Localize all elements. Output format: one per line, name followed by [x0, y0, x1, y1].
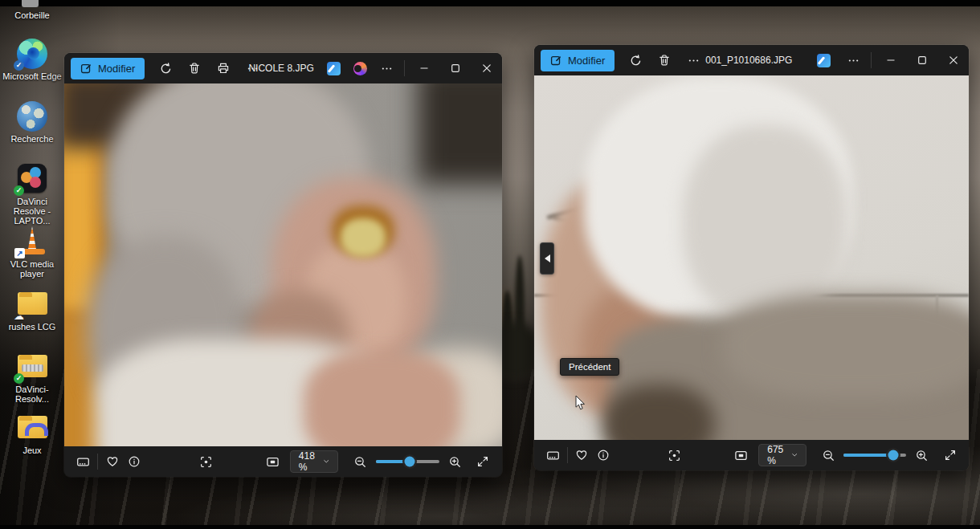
divider: [871, 52, 872, 68]
zoom-in-icon[interactable]: [911, 443, 933, 467]
mouse-cursor: [575, 395, 586, 414]
shortcut-arrow-badge: ↗: [14, 248, 25, 258]
designer-icon[interactable]: [353, 62, 367, 75]
fit-to-window-icon[interactable]: [730, 443, 752, 467]
sync-check-badge: ✓: [14, 60, 24, 71]
icon-label: Jeux: [0, 446, 64, 455]
recycle-bin-icon[interactable]: [22, 0, 39, 7]
cloud-badge: ☁: [14, 310, 24, 322]
icon-label: Microsoft Edge: [0, 71, 64, 81]
ai-edit-icon[interactable]: [817, 54, 831, 67]
info-icon[interactable]: [123, 450, 145, 474]
edit-button[interactable]: Modifier: [541, 50, 615, 71]
icon-label: VLC media player: [0, 259, 64, 279]
photo-region: [304, 350, 460, 446]
zoom-slider-fill: [843, 454, 892, 457]
zoom-percent-dropdown[interactable]: 675 %: [758, 444, 806, 466]
rotate-icon[interactable]: [151, 56, 180, 80]
maximize-button[interactable]: [439, 53, 471, 83]
edit-pencil-icon: [550, 55, 562, 67]
photo-region: [418, 83, 502, 184]
zoom-in-icon[interactable]: [444, 450, 466, 474]
title-bar: Modifier 001_P1010686.JPG: [534, 45, 969, 75]
divider: [97, 454, 98, 470]
photo-region: [64, 140, 94, 308]
minimize-button[interactable]: [875, 45, 906, 75]
vlc-cone-icon: ↗: [16, 226, 48, 257]
edge-icon: ✓: [16, 39, 48, 69]
desktop-icon-jeux[interactable]: Jeux: [0, 413, 64, 455]
rotate-icon[interactable]: [621, 48, 650, 72]
icon-label: Recherche: [0, 134, 64, 144]
zoom-out-icon[interactable]: [818, 443, 839, 467]
edit-button-label: Modifier: [568, 55, 605, 67]
filmstrip-icon[interactable]: [542, 443, 564, 467]
previous-image-button[interactable]: [540, 242, 554, 275]
title-bar-right: [319, 53, 502, 83]
photo-region: [341, 218, 386, 257]
desktop-icon-vlc[interactable]: ↗ VLC media player: [0, 226, 64, 279]
desktop-icon-davinci-folder[interactable]: ✓ DaVinci-Resolv...: [0, 352, 64, 404]
zoom-percent-value: 675 %: [767, 444, 786, 466]
zoom-percent-dropdown[interactable]: 418 %: [290, 450, 338, 473]
photo-region: [723, 294, 969, 398]
title-bar-right: [809, 45, 969, 75]
more-icon[interactable]: [372, 56, 401, 80]
more-icon[interactable]: [839, 48, 868, 72]
edit-button[interactable]: Modifier: [71, 58, 145, 79]
folder-zip-icon: ✓: [16, 352, 48, 382]
desktop-icon-recherche[interactable]: Recherche: [0, 101, 64, 144]
zoom-out-icon[interactable]: [349, 450, 371, 474]
delete-icon[interactable]: [180, 56, 209, 80]
title-bar: Modifier NICOLE 8.JPG: [64, 53, 502, 83]
chevron-down-icon: [324, 459, 329, 464]
ai-edit-icon[interactable]: [327, 62, 341, 75]
chevron-down-icon: [792, 453, 797, 458]
fit-to-window-icon[interactable]: [262, 450, 284, 474]
close-button[interactable]: [937, 45, 969, 75]
icon-label: Corbeille: [0, 10, 64, 20]
sync-check-badge: ✓: [14, 373, 24, 384]
photo-view-nicole: [64, 83, 502, 446]
more-icon[interactable]: [679, 48, 708, 72]
zoom-slider[interactable]: [376, 460, 439, 463]
zoom-slider-thumb[interactable]: [404, 457, 414, 467]
fullscreen-icon[interactable]: [939, 443, 961, 467]
close-button[interactable]: [471, 53, 502, 83]
delete-icon[interactable]: [650, 48, 679, 72]
photo-view-p1010686: Précédent: [534, 75, 969, 440]
visual-search-icon[interactable]: [194, 450, 216, 474]
minimize-button[interactable]: [408, 53, 439, 83]
zoom-slider[interactable]: [843, 454, 906, 457]
desktop-icon-rushes-lcg[interactable]: ☁ rushes LCG: [0, 289, 64, 332]
maximize-button[interactable]: [906, 45, 937, 75]
icon-label: DaVinci-Resolv...: [0, 385, 64, 404]
photos-window-p1010686: Modifier 001_P1010686.JPG: [534, 45, 969, 470]
info-icon[interactable]: [593, 443, 615, 467]
divider: [404, 60, 405, 76]
photos-window-nicole: Modifier NICOLE 8.JPG: [64, 53, 502, 477]
photo-region: [683, 125, 847, 322]
view-toolbar: 675 %: [534, 440, 969, 470]
window-title: 001_P1010686.JPG: [705, 45, 792, 75]
letterbox-bottom: [0, 525, 980, 529]
folder-icon: ☁: [16, 289, 48, 319]
favorite-heart-icon[interactable]: [571, 443, 593, 467]
visual-search-icon[interactable]: [664, 443, 685, 467]
view-toolbar: 418 %: [64, 446, 502, 477]
desktop-icon-davinci-resolve[interactable]: ✓ DaVinciResolve -LAPTO...: [0, 164, 64, 226]
icon-label: DaVinciResolve -LAPTO...: [0, 197, 64, 226]
divider: [567, 447, 568, 463]
favorite-heart-icon[interactable]: [101, 450, 123, 474]
left-arrow-icon: [545, 254, 550, 262]
davinci-resolve-icon: ✓: [16, 164, 48, 194]
zoom-slider-thumb[interactable]: [888, 450, 898, 461]
fullscreen-icon[interactable]: [472, 450, 494, 474]
print-icon[interactable]: [209, 56, 238, 80]
sync-check-badge: ✓: [14, 185, 24, 196]
zoom-percent-value: 418 %: [299, 450, 318, 473]
filmstrip-icon[interactable]: [72, 450, 94, 474]
desktop-icon-corbeille[interactable]: Corbeille: [0, 8, 64, 20]
desktop-screen: Corbeille ✓ Microsoft Edge Recherche ✓ D…: [0, 0, 980, 529]
desktop-icon-edge[interactable]: ✓ Microsoft Edge: [0, 39, 64, 81]
